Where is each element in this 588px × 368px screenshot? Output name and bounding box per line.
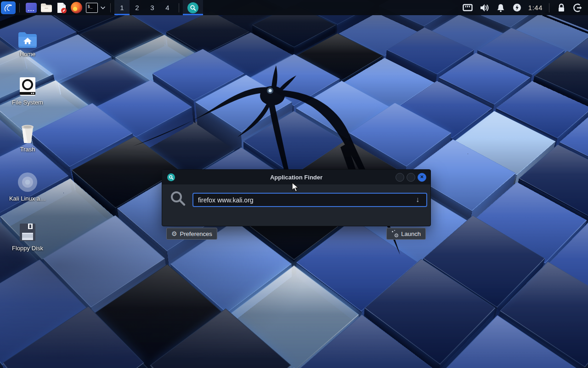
close-button[interactable]: ✕ bbox=[418, 173, 426, 182]
floppy-icon bbox=[4, 221, 51, 242]
notifications-icon bbox=[496, 3, 505, 12]
application-finder-icon bbox=[187, 2, 198, 13]
launcher-text-editor[interactable] bbox=[54, 0, 69, 15]
file-manager-icon bbox=[40, 2, 53, 13]
window-title: Application Finder bbox=[162, 174, 430, 181]
panel-separator bbox=[179, 3, 179, 12]
applications-menu-button[interactable] bbox=[1, 1, 16, 14]
search-input[interactable] bbox=[192, 193, 427, 207]
network-icon bbox=[463, 4, 473, 12]
drive-icon bbox=[4, 75, 51, 96]
power-tray-button[interactable] bbox=[509, 0, 526, 15]
desktop-icon-trash[interactable]: Trash bbox=[4, 122, 51, 153]
desktop-icon-home[interactable]: Home bbox=[4, 27, 51, 58]
desktop-icon-filesystem[interactable]: File System bbox=[4, 75, 51, 106]
workspace-switcher: 1 2 3 4 bbox=[114, 0, 175, 15]
maximize-button[interactable] bbox=[407, 173, 415, 182]
workspace-4[interactable]: 4 bbox=[160, 0, 175, 15]
panel-separator bbox=[19, 3, 20, 12]
lock-screen-button[interactable] bbox=[553, 0, 570, 15]
kali-menu-icon bbox=[3, 3, 13, 12]
home-folder-icon bbox=[4, 27, 51, 48]
preferences-button[interactable]: ⚙ Preferences bbox=[166, 228, 217, 240]
application-finder-icon bbox=[167, 173, 175, 181]
launcher-dropdown-button[interactable] bbox=[99, 0, 107, 15]
launch-label: Launch bbox=[401, 230, 421, 237]
volume-icon bbox=[479, 3, 489, 12]
terminal-icon: $_ bbox=[86, 3, 98, 13]
launcher-terminal[interactable]: $_ bbox=[84, 0, 99, 15]
mouse-cursor bbox=[292, 182, 300, 193]
workspace-1[interactable]: 1 bbox=[114, 0, 130, 15]
workspace-label: 3 bbox=[150, 4, 154, 12]
application-finder-window: Application Finder ✕ ↓ ⚙ Preferences ⚙ L bbox=[162, 169, 431, 226]
network-tray-button[interactable] bbox=[459, 0, 476, 15]
workspace-label: 1 bbox=[120, 4, 124, 12]
desktop-root: Home File System Trash bbox=[0, 0, 588, 368]
gear-icon: ⚙ bbox=[171, 230, 177, 237]
minimize-button[interactable] bbox=[396, 173, 404, 182]
desktop-icon-label: File System bbox=[4, 99, 51, 106]
chevron-down-icon bbox=[101, 6, 105, 9]
desktop-icon-label: Kali Linux a… bbox=[4, 195, 51, 202]
launcher-firefox[interactable] bbox=[69, 0, 84, 15]
search-icon bbox=[170, 190, 187, 209]
kali-dragon-logo bbox=[117, 52, 420, 268]
launch-gear-icon: ⚙ bbox=[391, 230, 398, 237]
launcher-show-desktop[interactable] bbox=[23, 0, 39, 15]
logout-button[interactable] bbox=[570, 0, 586, 15]
taskbar-application-finder[interactable] bbox=[183, 0, 203, 15]
launch-button[interactable]: ⚙ Launch bbox=[386, 228, 426, 240]
panel-separator bbox=[549, 3, 549, 12]
workspace-2[interactable]: 2 bbox=[130, 0, 145, 15]
workspace-3[interactable]: 3 bbox=[145, 0, 160, 15]
volume-tray-button[interactable] bbox=[476, 0, 492, 15]
preferences-label: Preferences bbox=[180, 230, 212, 237]
workspace-label: 2 bbox=[135, 4, 139, 12]
desktop-icon-label: Trash bbox=[4, 146, 51, 153]
desktop-icon-label: Floppy Disk bbox=[4, 245, 51, 252]
launcher-file-manager[interactable] bbox=[39, 0, 54, 15]
show-desktop-icon bbox=[25, 2, 37, 13]
trash-icon bbox=[4, 122, 51, 143]
lock-icon bbox=[557, 3, 565, 12]
logout-icon bbox=[573, 3, 582, 12]
desktop-icon-floppy[interactable]: Floppy Disk bbox=[4, 221, 51, 252]
system-tray: 1:44 bbox=[459, 0, 588, 15]
desktop-icon-label: Home bbox=[4, 51, 51, 58]
notifications-tray-button[interactable] bbox=[492, 0, 509, 15]
workspace-label: 4 bbox=[165, 4, 169, 12]
firefox-icon bbox=[71, 2, 82, 13]
disc-icon bbox=[4, 171, 51, 192]
text-editor-icon bbox=[56, 2, 68, 14]
top-panel: $_ 1 2 3 4 bbox=[0, 0, 588, 15]
power-icon bbox=[513, 3, 521, 12]
panel-separator bbox=[110, 3, 111, 12]
clock[interactable]: 1:44 bbox=[526, 4, 545, 12]
desktop-icon-kali-cd[interactable]: Kali Linux a… bbox=[4, 171, 51, 202]
